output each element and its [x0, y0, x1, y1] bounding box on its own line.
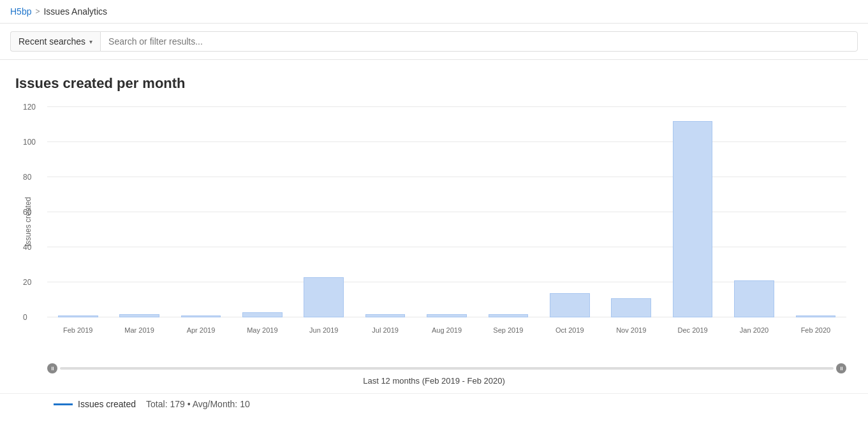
bar[interactable] [550, 293, 590, 318]
bar[interactable] [796, 315, 836, 317]
pause-right-button[interactable]: ⏸ [836, 363, 846, 373]
bar[interactable] [734, 280, 774, 317]
bar-group: Sep 2019 [478, 107, 539, 317]
bar-group: Jan 2020 [723, 107, 784, 317]
y-axis-tick-label: 80 [23, 173, 31, 182]
pause-left-button[interactable]: ⏸ [47, 363, 57, 373]
scrubber-track[interactable] [60, 367, 834, 370]
bar-x-label: Jun 2019 [309, 326, 338, 334]
bar[interactable] [673, 121, 713, 317]
bar-x-label: Aug 2019 [432, 326, 462, 334]
bar-group: Jun 2019 [293, 107, 355, 317]
bar[interactable] [181, 315, 221, 317]
chart-container: Issues created 020406080100120 Feb 2019M… [15, 107, 853, 362]
bar-group: Oct 2019 [539, 107, 600, 317]
bar-x-label: Jan 2020 [740, 326, 769, 334]
bar[interactable] [119, 314, 159, 318]
bar[interactable] [304, 277, 344, 317]
breadcrumb-separator: > [35, 7, 40, 16]
bar-group: Feb 2020 [785, 107, 846, 317]
y-axis-tick-label: 40 [23, 243, 31, 252]
bar[interactable] [611, 298, 651, 317]
bar-x-label: Dec 2019 [678, 326, 708, 334]
recent-searches-label: Recent searches [18, 36, 85, 47]
breadcrumb-parent[interactable]: H5bp [10, 6, 31, 17]
bar-group: Aug 2019 [416, 107, 477, 317]
scrubber-bar: ⏸ ⏸ [47, 363, 846, 373]
bar-x-label: May 2019 [247, 326, 277, 334]
bar-x-label: Apr 2019 [187, 326, 216, 334]
bar[interactable] [365, 314, 406, 318]
legend-label: Issues created [78, 399, 136, 409]
bar[interactable] [58, 315, 98, 317]
bar-x-label: Oct 2019 [555, 326, 584, 334]
filter-bar: Recent searches ▾ [0, 24, 868, 60]
date-range-label: Last 12 months (Feb 2019 - Feb 2020) [15, 376, 853, 391]
breadcrumb: H5bp > Issues Analytics [0, 0, 868, 24]
bar-x-label: Feb 2020 [801, 326, 830, 334]
bar[interactable] [427, 314, 467, 318]
breadcrumb-current: Issues Analytics [43, 6, 107, 17]
y-axis-tick-label: 0 [23, 313, 27, 322]
bar-group: Feb 2019 [47, 107, 108, 317]
bar[interactable] [242, 312, 283, 317]
bar-group: May 2019 [232, 107, 293, 317]
bar-x-label: Sep 2019 [493, 326, 523, 334]
search-input[interactable] [100, 31, 858, 52]
legend-stats: Total: 179 • Avg/Month: 10 [146, 399, 250, 409]
bar-group: Dec 2019 [662, 107, 723, 317]
chevron-down-icon: ▾ [89, 38, 92, 45]
recent-searches-button[interactable]: Recent searches ▾ [10, 31, 100, 52]
y-axis-tick-label: 20 [23, 278, 31, 287]
bar-x-label: Nov 2019 [616, 326, 646, 334]
legend-line-icon [54, 403, 73, 405]
chart-section: Issues created per month Issues created … [0, 60, 868, 391]
bar-group: Jul 2019 [355, 107, 416, 317]
y-axis-tick-label: 120 [23, 103, 36, 112]
bar[interactable] [489, 314, 529, 318]
bars-container: Feb 2019Mar 2019Apr 2019May 2019Jun 2019… [47, 107, 846, 317]
chart-plot-area: 020406080100120 Feb 2019Mar 2019Apr 2019… [47, 107, 846, 337]
bar-group: Mar 2019 [108, 107, 170, 317]
y-axis-tick-label: 100 [23, 138, 36, 147]
y-axis-tick-label: 60 [23, 208, 31, 217]
bar-x-label: Mar 2019 [124, 326, 154, 334]
bar-x-label: Jul 2019 [372, 326, 399, 334]
chart-title: Issues created per month [15, 75, 853, 92]
chart-legend: Issues created Total: 179 • Avg/Month: 1… [0, 393, 868, 414]
y-axis-label: Issues created [24, 197, 33, 247]
bar-group: Apr 2019 [170, 107, 232, 317]
bar-x-label: Feb 2019 [63, 326, 92, 334]
bar-group: Nov 2019 [601, 107, 662, 317]
